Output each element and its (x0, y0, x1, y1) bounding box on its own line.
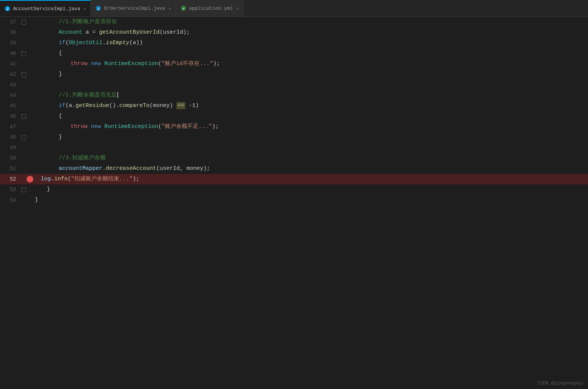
bp-51 (27, 165, 33, 172)
line-46: 46 - { (0, 111, 588, 122)
line-54: 54 } (0, 195, 588, 205)
line-40: 40 - { (0, 48, 588, 59)
fold-53[interactable]: - (21, 187, 27, 192)
bp-48 (27, 134, 33, 141)
line-num-52: 52 (0, 174, 21, 184)
bp-46 (27, 113, 33, 120)
line-content-53: } (35, 184, 588, 195)
text-cursor (117, 92, 118, 98)
line-49: 49 (0, 143, 588, 153)
yaml-icon: Y (181, 5, 187, 11)
line-content-51: accountMapper.decreaseAccount(userId, mo… (35, 163, 588, 174)
bp-53 (27, 186, 33, 193)
line-num-40: 40 (0, 48, 21, 59)
tab-close-btn-2[interactable]: ✕ (169, 6, 171, 11)
line-53: 53 - } (0, 184, 588, 195)
line-num-47: 47 (0, 122, 21, 132)
java-icon: J (4, 6, 10, 12)
bp-41 (27, 61, 33, 67)
line-num-37: 37 (0, 17, 21, 27)
line-num-46: 46 (0, 111, 21, 122)
line-num-49: 49 (0, 143, 21, 153)
line-50: 50 //3.扣减账户余额 (0, 153, 588, 163)
line-37: 37 - //1.判断账户是否存在 (0, 17, 588, 27)
line-39: 39 if(ObjectUtil.isEmpty(a)) (0, 38, 588, 48)
line-51: 51 accountMapper.decreaseAccount(userId,… (0, 163, 588, 174)
line-38: 38 Account a = getAccountByUserId(userId… (0, 27, 588, 38)
line-num-53: 53 (0, 184, 21, 195)
svg-text:J: J (97, 7, 99, 11)
bp-43 (27, 82, 33, 88)
line-num-42: 42 (0, 69, 21, 80)
svg-text:J: J (6, 7, 8, 11)
tab-close-btn-3[interactable]: ✕ (236, 6, 239, 11)
line-content-39: if(ObjectUtil.isEmpty(a)) (35, 38, 588, 48)
line-num-41: 41 (0, 59, 21, 69)
svg-text:Y: Y (182, 7, 184, 10)
line-num-44: 44 (0, 90, 21, 101)
fold-37[interactable]: - (21, 20, 27, 25)
line-content-38: Account a = getAccountByUserId(userId); (35, 27, 588, 38)
csdn-watermark: CSDN @qingsongxyz (538, 381, 584, 386)
bp-38 (27, 29, 33, 36)
line-content-50: //3.扣减账户余额 (35, 153, 588, 163)
line-content-37: //1.判断账户是否存在 (35, 17, 588, 27)
line-num-39: 39 (0, 38, 21, 48)
line-content-52: log.info("扣减账户余额结束..."); (35, 174, 588, 184)
line-44: 44 //2.判断余额是否充足 (0, 90, 588, 101)
line-num-48: 48 (0, 132, 21, 143)
line-num-51: 51 (0, 163, 21, 174)
line-content-40: { (35, 48, 588, 59)
line-num-38: 38 (0, 27, 21, 38)
bp-50 (27, 155, 33, 162)
line-48: 48 - } (0, 132, 588, 143)
tab-label-2: OrderServiceImpl.java (104, 6, 165, 11)
line-content-44: //2.判断余额是否充足 (35, 90, 588, 101)
bp-39 (27, 40, 33, 46)
tab-order-service[interactable]: J OrderServiceImpl.java ✕ (91, 0, 176, 16)
breakpoint-52[interactable] (27, 176, 33, 183)
tab-application-yml[interactable]: Y application.yml ✕ (176, 0, 244, 16)
bp-40 (27, 50, 33, 57)
fold-42[interactable]: - (21, 72, 27, 77)
code-lines: 37 - //1.判断账户是否存在 38 Account a = getAcco… (0, 17, 588, 389)
tab-label-3: application.yml (189, 6, 233, 11)
line-45: 45 if(a.getResidue().compareTo(money) ==… (0, 101, 588, 111)
java-icon-2: J (95, 5, 101, 11)
bp-44 (27, 92, 33, 99)
bp-54 (27, 197, 33, 203)
line-41: 41 throw new RuntimeException("账户id不存在..… (0, 59, 588, 69)
fold-40[interactable]: - (21, 51, 27, 56)
tab-bar: J AccountServiceImpl.java ✕ J OrderServi… (0, 0, 588, 17)
line-num-43: 43 (0, 80, 21, 90)
line-content-41: throw new RuntimeException("账户id不存在...")… (35, 59, 588, 69)
tab-close-btn[interactable]: ✕ (83, 6, 86, 11)
line-content-47: throw new RuntimeException("账户余额不足..."); (35, 122, 588, 132)
bp-37 (27, 19, 33, 25)
fold-46[interactable]: - (21, 114, 27, 119)
tab-account-service[interactable]: J AccountServiceImpl.java ✕ (0, 0, 91, 16)
line-content-42: } (35, 69, 588, 80)
line-42: 42 - } (0, 69, 588, 80)
line-47: 47 throw new RuntimeException("账户余额不足...… (0, 122, 588, 132)
line-content-45: if(a.getResidue().compareTo(money) == -1… (35, 101, 588, 111)
line-content-48: } (35, 132, 588, 143)
bp-49 (27, 144, 33, 151)
line-num-45: 45 (0, 101, 21, 111)
bp-47 (27, 123, 33, 130)
fold-48[interactable]: - (21, 135, 27, 140)
line-num-50: 50 (0, 153, 21, 163)
line-num-54: 54 (0, 195, 21, 205)
tab-label: AccountServiceImpl.java (13, 6, 80, 12)
bp-45 (27, 102, 33, 109)
line-content-46: { (35, 111, 588, 122)
bp-42 (27, 71, 33, 78)
line-43: 43 (0, 80, 588, 90)
line-content-54: } (35, 195, 588, 205)
line-52: 52 log.info("扣减账户余额结束..."); (0, 174, 588, 184)
editor: 37 - //1.判断账户是否存在 38 Account a = getAcco… (0, 17, 588, 389)
